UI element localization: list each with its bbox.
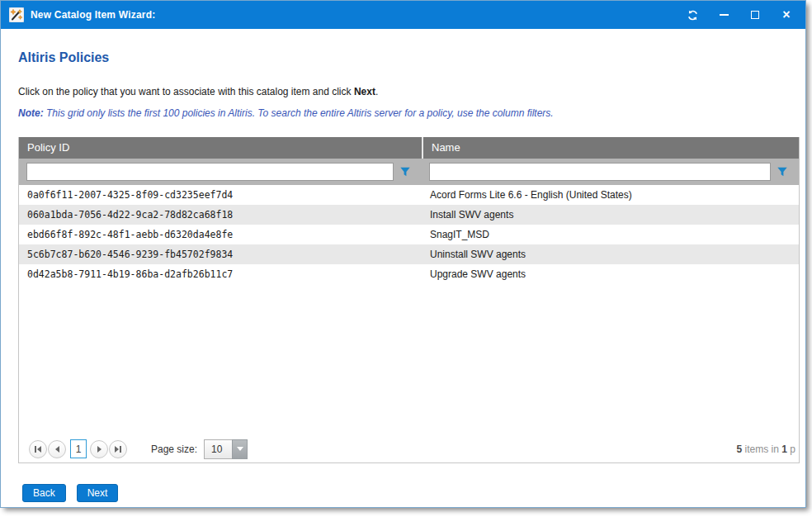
wizard-content: Altiris Policies Click on the policy tha…: [1, 50, 805, 502]
policy-name-cell: Upgrade SWV agents: [422, 264, 799, 284]
table-row[interactable]: 5c6b7c87-b620-4546-9239-fb45702f9834 Uni…: [19, 244, 799, 264]
instruction-next-emphasis: Next: [354, 86, 375, 97]
wizard-window: New Catalog Item Wizard: × Altiris Polic…: [0, 0, 806, 508]
note-label: Note:: [18, 107, 44, 119]
policy-name-cell: SnagIT_MSD: [422, 225, 799, 244]
wizard-footer: Back Next: [18, 484, 799, 502]
page-size-value: 10: [204, 439, 232, 459]
policy-id-filter-input[interactable]: [26, 163, 394, 181]
close-icon[interactable]: ×: [779, 7, 794, 22]
table-row[interactable]: 060a1bda-7056-4d22-9ca2-78d82ca68f18 Ins…: [19, 205, 799, 225]
refresh-icon[interactable]: [685, 7, 700, 22]
note-body: This grid only lists the first 100 polic…: [44, 107, 554, 119]
policy-name-cell: Install SWV agents: [422, 205, 799, 225]
pages-count: 1: [781, 443, 787, 455]
page-size-dropdown[interactable]: 10: [204, 439, 248, 459]
minimize-icon[interactable]: [716, 7, 731, 22]
titlebar: New Catalog Item Wizard: ×: [1, 1, 805, 29]
items-text: items in: [742, 443, 781, 455]
page-title: Altiris Policies: [18, 50, 799, 65]
policy-id-cell: 0d42a5b8-7911-4b19-86ba-d2afb26b11c7: [19, 264, 422, 284]
table-row[interactable]: 0d42a5b8-7911-4b19-86ba-d2afb26b11c7 Upg…: [19, 264, 799, 284]
column-header-policy-id[interactable]: Policy ID: [19, 137, 422, 159]
pager-items-summary: 5 items in 1 p: [737, 443, 795, 455]
name-filter-icon[interactable]: [771, 162, 794, 182]
instruction-suffix: .: [375, 86, 378, 97]
wizard-app-icon: [9, 7, 24, 22]
chevron-down-icon[interactable]: [232, 439, 248, 459]
grid-body: 0a0f6f11-2007-4325-8f09-cd3235eef7d4 Aco…: [19, 185, 799, 435]
current-page-button[interactable]: 1: [70, 439, 87, 458]
page-size-label: Page size:: [151, 443, 197, 455]
window-title: New Catalog Item Wizard:: [31, 9, 685, 21]
next-button[interactable]: Next: [77, 484, 119, 502]
window-controls: ×: [685, 7, 794, 22]
pages-text: p: [787, 443, 795, 455]
back-button[interactable]: Back: [22, 484, 66, 502]
policy-name-cell: Acord Forms Lite 6.6 - English (United S…: [422, 185, 799, 205]
policy-id-cell: 060a1bda-7056-4d22-9ca2-78d82ca68f18: [19, 205, 422, 225]
policy-id-cell: 0a0f6f11-2007-4325-8f09-cd3235eef7d4: [19, 185, 422, 205]
first-page-icon[interactable]: [29, 440, 47, 458]
name-filter-cell: [422, 162, 799, 182]
note-text: Note: This grid only lists the first 100…: [18, 107, 799, 119]
previous-page-icon[interactable]: [48, 440, 66, 458]
maximize-icon[interactable]: [748, 7, 762, 22]
policy-id-filter-icon[interactable]: [394, 162, 417, 182]
next-page-icon[interactable]: [90, 440, 108, 458]
policies-grid: Policy ID Name: [18, 137, 800, 463]
last-page-icon[interactable]: [109, 440, 127, 458]
policy-id-cell: 5c6b7c87-b620-4546-9239-fb45702f9834: [19, 244, 422, 264]
grid-filter-row: [19, 159, 799, 185]
instruction-prefix: Click on the policy that you want to ass…: [18, 86, 354, 97]
policy-id-filter-cell: [19, 162, 422, 182]
screen: New Catalog Item Wizard: × Altiris Polic…: [0, 0, 812, 517]
grid-header: Policy ID Name: [19, 137, 799, 159]
column-header-name[interactable]: Name: [422, 137, 799, 159]
table-row[interactable]: ebd66f8f-892c-48f1-aebb-d6320da4e8fe Sna…: [19, 225, 799, 244]
grid-pager: 1 Page size: 10 5 items in 1 p: [19, 435, 799, 462]
name-filter-input[interactable]: [429, 163, 771, 181]
policy-name-cell: Uninstall SWV agents: [422, 244, 799, 264]
table-row[interactable]: 0a0f6f11-2007-4325-8f09-cd3235eef7d4 Aco…: [19, 185, 799, 205]
instruction-text: Click on the policy that you want to ass…: [18, 86, 799, 97]
policy-id-cell: ebd66f8f-892c-48f1-aebb-d6320da4e8fe: [19, 225, 422, 244]
